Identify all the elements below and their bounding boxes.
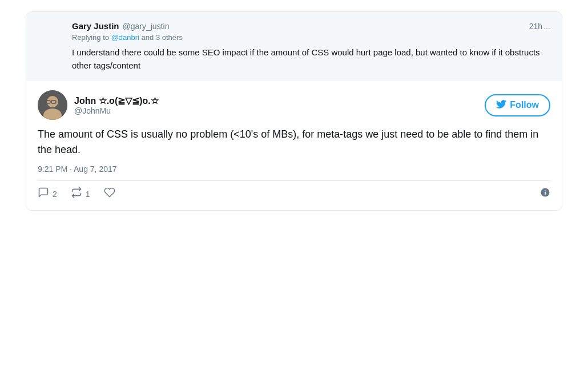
- info-action[interactable]: [540, 187, 550, 200]
- reply-tweet: Gary Justin @gary_justin 21h… Replying t…: [26, 12, 562, 81]
- main-user-info: John ☆.o(≧▽≦)o.☆ @JohnMu: [74, 95, 159, 115]
- reply-timestamp: 21h…: [529, 22, 550, 31]
- tweet-header: John ☆.o(≧▽≦)o.☆ @JohnMu Follow: [38, 90, 550, 120]
- like-action[interactable]: [104, 187, 115, 201]
- heart-icon: [104, 187, 115, 201]
- reply-action[interactable]: 2: [38, 187, 57, 201]
- replying-to: Replying to @danbri and 3 others: [72, 33, 550, 42]
- tweet-time: 9:21 PM · Aug 7, 2017: [38, 164, 550, 174]
- user-section: John ☆.o(≧▽≦)o.☆ @JohnMu: [38, 90, 159, 120]
- retweet-icon: [71, 187, 82, 201]
- main-tweet: John ☆.o(≧▽≦)o.☆ @JohnMu Follow The amou…: [26, 81, 562, 210]
- follow-button[interactable]: Follow: [485, 94, 550, 116]
- reply-count: 2: [53, 190, 57, 199]
- twitter-bird-icon: [496, 100, 506, 111]
- tweet-content: The amount of CSS is usually no problem …: [38, 127, 550, 158]
- reply-username: @gary_justin: [123, 22, 170, 31]
- follow-label: Follow: [510, 100, 539, 110]
- reply-display-name: Gary Justin: [72, 21, 119, 31]
- tweet-actions: 2 1: [38, 180, 550, 201]
- svg-point-1: [47, 96, 58, 107]
- retweet-action[interactable]: 1: [71, 187, 90, 201]
- reply-tweet-content: I understand there could be some SEO imp…: [72, 46, 550, 72]
- retweet-count: 1: [86, 190, 90, 199]
- reply-icon: [38, 187, 49, 201]
- main-username: @JohnMu: [74, 106, 159, 115]
- main-display-name: John ☆.o(≧▽≦)o.☆: [74, 95, 159, 106]
- replying-to-link[interactable]: @danbri: [111, 33, 139, 42]
- avatar: [38, 90, 67, 120]
